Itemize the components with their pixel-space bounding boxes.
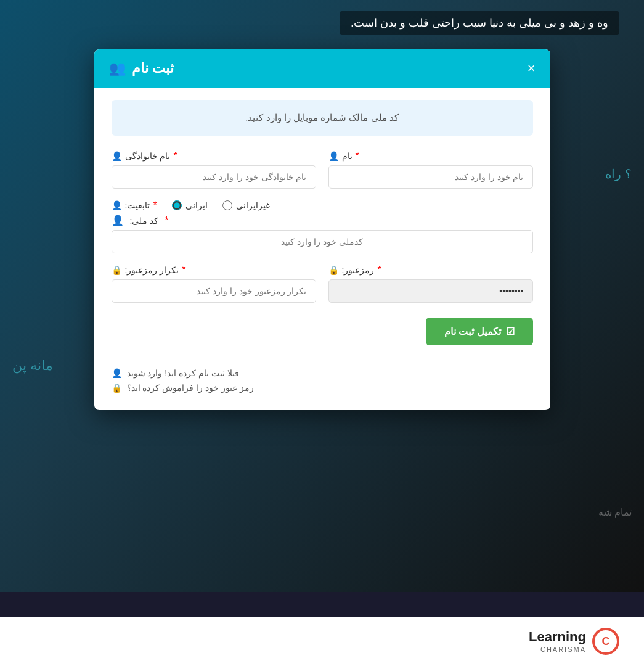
add-user-icon: 👥 [109,60,126,76]
last-name-input[interactable] [112,165,316,189]
divider [112,358,533,358]
nationality-required: * [153,200,157,211]
modal-body: کد ملی مالک شماره موبایل را وارد کنید. *… [94,88,550,410]
first-name-group: * نام 👤 [328,150,533,189]
nationality-iranian-label: ایرانی [185,200,208,210]
close-button[interactable]: × [528,62,536,75]
nationality-iranian-option[interactable]: ایرانی [172,200,208,210]
submit-row: ☑ تکمیل ثبت نام [112,318,533,345]
submit-icon: ☑ [506,326,515,337]
nationality-foreign-radio[interactable] [222,200,232,210]
national-code-input[interactable] [112,230,533,253]
logo: C Learning CHARISMA [529,628,619,655]
logo-learning-text: Learning [529,629,586,645]
footer-links: قبلا ثبت نام کرده اید! وارد شوید 👤 رمز ع… [112,368,533,393]
forgot-password-link[interactable]: رمز عبور خود را فراموش کرده اید؟ 🔒 [112,383,254,393]
national-code-label-text: کد ملی: [130,216,159,226]
first-name-required: * [356,150,359,162]
first-name-input[interactable] [328,165,533,189]
registration-modal: × ثبت نام 👥 کد ملی مالک شماره موبایل را … [94,49,550,410]
info-box-text: کد ملی مالک شماره موبایل را وارد کنید. [245,112,398,123]
password-required: * [377,265,381,276]
nationality-row: غیرایرانی ایرانی * تابعیت: 👤 [112,200,533,211]
nationality-iranian-radio[interactable] [172,200,182,210]
nationality-icon: 👤 [112,200,122,210]
svg-text:C: C [602,635,610,648]
confirm-password-label-text: تکرار رمزعبور: [125,265,179,275]
first-name-icon: 👤 [328,151,339,161]
submit-button[interactable]: ☑ تکمیل ثبت نام [426,318,533,345]
confirm-password-required: * [182,265,185,276]
first-name-label-text: نام [342,151,353,161]
national-code-required: * [165,215,168,226]
modal-title-text: ثبت نام [132,60,174,76]
first-name-label: * نام 👤 [328,150,533,162]
name-row: * نام 👤 * نام خانوادگی 👤 [112,150,533,189]
login-link-text: قبلا ثبت نام کرده اید! وارد شوید [127,368,239,378]
password-group: * رمزعبور: 🔒 [328,265,533,303]
last-name-label: * نام خانوادگی 👤 [112,150,316,162]
password-input[interactable] [328,279,533,303]
national-code-group [112,230,533,253]
nationality-main-label: * تابعیت: 👤 [112,200,157,211]
last-name-icon: 👤 [112,151,122,161]
forgot-password-text: رمز عبور خود را فراموش کرده اید؟ [127,383,254,393]
logo-charisma-text: CHARISMA [529,646,586,654]
nationality-foreign-option[interactable]: غیرایرانی [222,200,270,210]
nationality-foreign-label: غیرایرانی [236,200,270,210]
logo-text-group: Learning CHARISMA [529,629,586,654]
confirm-password-label: * تکرار رمزعبور: 🔒 [112,265,316,276]
national-code-label-row: * کد ملی: 👤 [112,215,533,226]
modal-header: × ثبت نام 👥 [94,49,550,88]
nationality-label-text: تابعیت: [125,200,150,210]
submit-label: تکمیل ثبت نام [444,326,501,337]
info-box: کد ملی مالک شماره موبایل را وارد کنید. [112,100,533,136]
modal-backdrop: × ثبت نام 👥 کد ملی مالک شماره موبایل را … [0,0,644,629]
modal-title: ثبت نام 👥 [109,60,174,76]
forgot-password-icon: 🔒 [112,383,122,393]
password-label: * رمزعبور: 🔒 [328,265,533,276]
login-link[interactable]: قبلا ثبت نام کرده اید! وارد شوید 👤 [112,368,239,378]
last-name-group: * نام خانوادگی 👤 [112,150,316,189]
password-label-text: رمزعبور: [342,265,375,275]
confirm-password-icon: 🔒 [112,265,122,275]
login-icon: 👤 [112,368,122,378]
password-row: * رمزعبور: 🔒 * تکرار رمزعبور: 🔒 [112,265,533,303]
confirm-password-input[interactable] [112,279,316,303]
last-name-label-text: نام خانوادگی [125,151,171,161]
password-icon: 🔒 [328,265,339,275]
confirm-password-group: * تکرار رمزعبور: 🔒 [112,265,316,303]
last-name-required: * [173,150,177,162]
logo-icon: C [592,628,619,655]
national-code-icon: 👤 [112,215,124,226]
